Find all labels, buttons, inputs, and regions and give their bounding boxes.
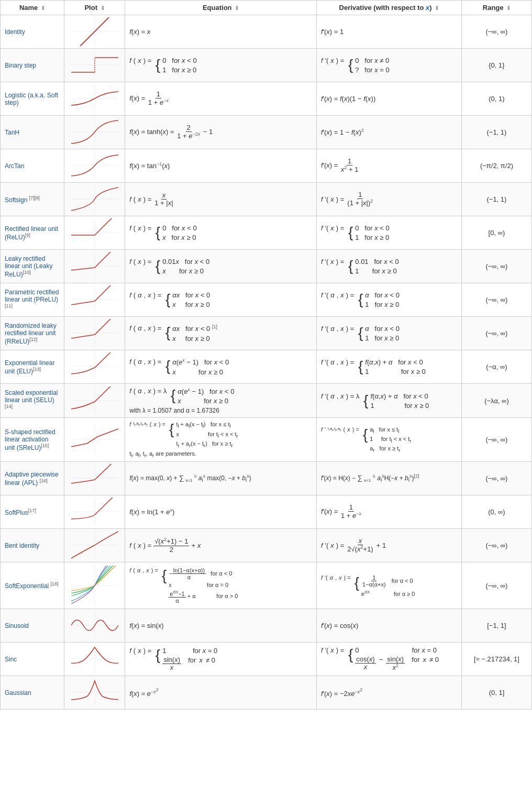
cell-name-srelu: S-shaped rectified linear activation uni… [1, 418, 64, 462]
cell-range-relu: [0, ∞) [461, 216, 531, 250]
cell-deriv-leaky-relu: f′(x) = { 0.01 for x < 0 1 for x ≥ 0 [316, 250, 461, 283]
cell-eq-softsign: f(x) = x 1 + |x| [125, 183, 317, 216]
table-row: SoftExponential [18] f(α,x) = { [1, 562, 532, 609]
cell-name-leaky-relu: Leaky rectified linear unit (Leaky ReLU)… [1, 250, 64, 283]
cell-range-prelu: (−∞, ∞) [461, 283, 531, 317]
cell-plot-relu [64, 216, 125, 250]
cell-plot-prelu [64, 283, 125, 317]
cell-deriv-identity: f′(x) = 1 [316, 15, 461, 49]
cell-name-prelu: Parametric rectified linear unit (PReLU)… [1, 283, 64, 317]
cell-eq-softexponential: f(α,x) = { −ln(1−α(x+α))α for α < 0 x [125, 562, 317, 609]
table-row: Adaptive piecewise linear (APL) [16] f(x… [1, 462, 532, 495]
cell-eq-apl: f(x) = max(0, x) + ∑ s=1 S ais max(0, −x… [125, 462, 317, 495]
sort-icon-plot: ⇕ [101, 5, 105, 11]
cell-name-relu: Rectified linear unit (ReLU)[9] [1, 216, 64, 250]
table-row: TanH f(x) = tanh(x) = 2 1 + e−2x − 1 f′(… [1, 116, 532, 149]
table-row: Bent identity f(x) = √(x2+1) − 1 2 + x [1, 529, 532, 562]
cell-plot-sinc [64, 643, 125, 676]
cell-deriv-gaussian: f′(x) = −2xe−x2 [316, 676, 461, 710]
cell-eq-arctan: f(x) = tan−1(x) [125, 149, 317, 183]
cell-name-softplus: SoftPlus[17] [1, 495, 64, 529]
cell-range-softexponential: (−∞, ∞) [461, 562, 531, 609]
cell-name-elu: Exponential linear unit (ELU)[13] [1, 350, 64, 384]
cell-range-arctan: (−π/2, π/2) [461, 149, 531, 183]
cell-plot-binary-step [64, 49, 125, 82]
table-row: ArcTan f(x) = tan−1(x) f′(x) = 1 x2 + 1 … [1, 149, 532, 183]
table-row: Binary step f(x) = { 0 for x < 0 1 fo [1, 49, 532, 82]
cell-plot-tanh [64, 116, 125, 149]
table-row: Sinc f(x) = { 1 for x = 0 [1, 643, 532, 676]
col-header-derivative[interactable]: Derivative (with respect to x) ⇕ [316, 1, 461, 15]
cell-name-tanh: TanH [1, 116, 64, 149]
cell-deriv-elu: f′(α,x) = { f(α,x) + α for x < 0 1 for x… [316, 350, 461, 384]
cell-name-softsign: Softsign [7][8] [1, 183, 64, 216]
cell-range-apl: (−∞, ∞) [461, 462, 531, 495]
sort-icon-range: ⇕ [506, 5, 511, 11]
cell-plot-sinusoid [64, 609, 125, 643]
cell-name-selu: Scaled exponential linear unit (SELU)[14… [1, 384, 64, 418]
cell-deriv-binary-step: f′(x) = { 0 for x ≠ 0 ? for x = 0 [316, 49, 461, 82]
cell-plot-softsign [64, 183, 125, 216]
cell-deriv-selu: f′(α,x) = λ { f(α,x) + α for x < 0 1 for… [316, 384, 461, 418]
cell-deriv-prelu: f′(α,x) = { α for x < 0 1 for x ≥ 0 [316, 283, 461, 317]
cell-eq-binary-step: f(x) = { 0 for x < 0 1 for x ≥ 0 [125, 49, 317, 82]
cell-deriv-sinusoid: f′(x) = cos(x) [316, 609, 461, 643]
cell-range-selu: (−λα, ∞) [461, 384, 531, 418]
sort-icon-equation: ⇕ [235, 5, 239, 11]
cell-eq-softplus: f(x) = ln(1 + ex) [125, 495, 317, 529]
table-row: Leaky rectified linear unit (Leaky ReLU)… [1, 250, 532, 283]
cell-name-sinc: Sinc [1, 643, 64, 676]
cell-deriv-softsign: f′(x) = 1 (1 + |x|)2 [316, 183, 461, 216]
table-row: Scaled exponential linear unit (SELU)[14… [1, 384, 532, 418]
table-row: Softsign [7][8] f(x) = x 1 + |x| [1, 183, 532, 216]
cell-range-elu: (−α, ∞) [461, 350, 531, 384]
col-header-equation[interactable]: Equation ⇕ [125, 1, 317, 15]
cell-deriv-softplus: f′(x) = 1 1 + e−x [316, 495, 461, 529]
cell-eq-identity: f(x) = x [125, 15, 317, 49]
table-row: Sinusoid f(x) = sin(x) f′(x) = cos(x) [−… [1, 609, 532, 643]
table-row: Exponential linear unit (ELU)[13] f(α,x)… [1, 350, 532, 384]
cell-plot-selu [64, 384, 125, 418]
cell-range-rrelu: (−∞, ∞) [461, 317, 531, 350]
cell-plot-leaky-relu [64, 250, 125, 283]
table-row: SoftPlus[17] f(x) = ln(1 + ex) f′(x) = 1… [1, 495, 532, 529]
table-row: Logistic (a.k.a. Soft step) f(x) = 1 1 +… [1, 82, 532, 116]
cell-plot-identity [64, 15, 125, 49]
cell-range-srelu: (−∞, ∞) [461, 418, 531, 462]
cell-plot-arctan [64, 149, 125, 183]
cell-deriv-sinc: f′(x) = { 0 for x = 0 cos(x) x − [316, 643, 461, 676]
cell-name-bent-identity: Bent identity [1, 529, 64, 562]
cell-eq-selu: f(α,x) = λ { α(ex − 1) for x < 0 x for x… [125, 384, 317, 418]
cell-plot-softexponential [64, 562, 125, 609]
cell-eq-srelu: ftl,al,tr,ar(x) = { tl + al(x − tl) for … [125, 418, 317, 462]
cell-plot-rrelu [64, 317, 125, 350]
col-header-range[interactable]: Range ⇕ [461, 1, 531, 15]
cell-eq-elu: f(α,x) = { α(ex − 1) for x < 0 x for x ≥… [125, 350, 317, 384]
cell-range-tanh: (−1, 1) [461, 116, 531, 149]
cell-name-logistic: Logistic (a.k.a. Soft step) [1, 82, 64, 116]
cell-plot-bent-identity [64, 529, 125, 562]
col-header-plot[interactable]: Plot ⇕ [64, 1, 125, 15]
col-header-name[interactable]: Name ⇕ [1, 1, 64, 15]
cell-eq-sinc: f(x) = { 1 for x = 0 sin(x) x for x ≠ 0 [125, 643, 317, 676]
sort-icon-derivative: ⇕ [435, 5, 439, 11]
cell-eq-prelu: f(α,x) = { αx for x < 0 x for x ≥ 0 [125, 283, 317, 317]
table-row: Parametric rectified linear unit (PReLU)… [1, 283, 532, 317]
table-row: Identity f(x) = x f′(x) = 1 (−∞, ∞) [1, 15, 532, 49]
cell-deriv-arctan: f′(x) = 1 x2 + 1 [316, 149, 461, 183]
cell-deriv-rrelu: f′(α,x) = { α for x < 0 1 for x ≥ 0 [316, 317, 461, 350]
table-row: Rectified linear unit (ReLU)[9] f(x) = {… [1, 216, 532, 250]
sort-icon-name: ⇕ [41, 5, 45, 11]
cell-plot-logistic [64, 82, 125, 116]
table-row: Randomized leaky rectified linear unit (… [1, 317, 532, 350]
cell-name-binary-step: Binary step [1, 49, 64, 82]
cell-plot-srelu [64, 418, 125, 462]
table-row: S-shaped rectified linear activation uni… [1, 418, 532, 462]
cell-range-softsign: (−1, 1) [461, 183, 531, 216]
cell-range-bent-identity: (−∞, ∞) [461, 529, 531, 562]
cell-plot-gaussian [64, 676, 125, 710]
cell-eq-bent-identity: f(x) = √(x2+1) − 1 2 + x [125, 529, 317, 562]
cell-range-softplus: (0, ∞) [461, 495, 531, 529]
cell-name-apl: Adaptive piecewise linear (APL) [16] [1, 462, 64, 495]
cell-range-gaussian: (0, 1] [461, 676, 531, 710]
